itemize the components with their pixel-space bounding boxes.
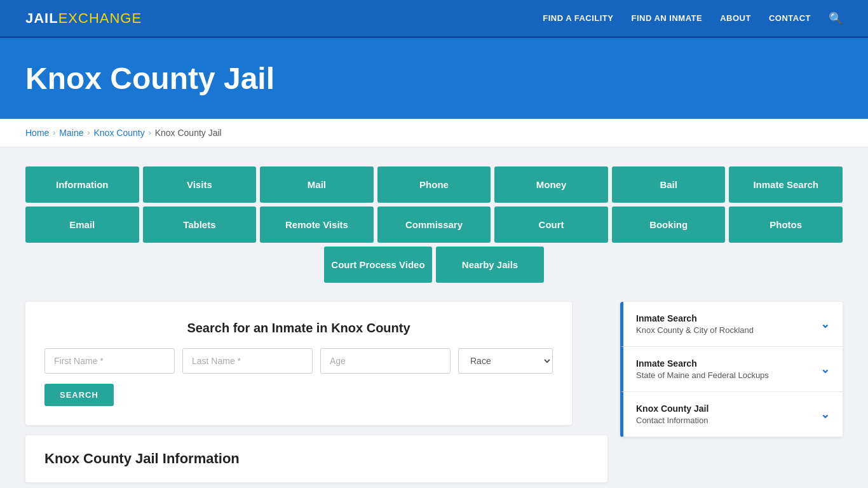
sidebar-item-sublabel-0: Knox County & City of Rockland [636, 325, 754, 335]
sidebar-item-1[interactable]: Inmate Search State of Maine and Federal… [620, 347, 843, 392]
btn-remote-visits[interactable]: Remote Visits [260, 207, 374, 243]
main-content: Information Visits Mail Phone Money Bail… [0, 147, 868, 488]
logo-exchange: EXCHANGE [58, 10, 142, 26]
search-fields: RaceWhiteBlackHispanicAsianOther [44, 348, 553, 374]
info-section-title: Knox County Jail Information [44, 451, 588, 467]
sidebar-item-2[interactable]: Knox County Jail Contact Information ⌄ [620, 392, 843, 437]
sidebar-item-0[interactable]: Inmate Search Knox County & City of Rock… [620, 302, 843, 347]
btn-photos[interactable]: Photos [729, 207, 843, 243]
logo-jail: JAIL [25, 10, 58, 26]
btn-information[interactable]: Information [25, 166, 139, 203]
chevron-down-icon-2: ⌄ [820, 407, 830, 421]
nav-find-facility[interactable]: FIND A FACILITY [543, 13, 613, 23]
button-grid-row1: Information Visits Mail Phone Money Bail… [25, 166, 843, 203]
breadcrumb-sep-1: › [53, 128, 55, 137]
sidebar-item-label-2: Knox County Jail [636, 403, 709, 414]
sidebar-item-sublabel-1: State of Maine and Federal Lockups [636, 370, 769, 380]
content-row: Search for an Inmate in Knox County Race… [25, 302, 843, 482]
breadcrumb-maine[interactable]: Maine [59, 128, 83, 138]
sidebar-item-text-0: Inmate Search Knox County & City of Rock… [636, 313, 754, 335]
chevron-down-icon-0: ⌄ [820, 317, 830, 331]
btn-email[interactable]: Email [25, 207, 139, 243]
left-column: Search for an Inmate in Knox County Race… [25, 302, 607, 482]
btn-booking[interactable]: Booking [612, 207, 726, 243]
nav-find-inmate[interactable]: FIND AN INMATE [631, 13, 702, 23]
btn-court[interactable]: Court [494, 207, 608, 243]
breadcrumb-home[interactable]: Home [25, 128, 49, 138]
first-name-input[interactable] [44, 348, 175, 374]
btn-visits[interactable]: Visits [143, 166, 257, 203]
page-title: Knox County Jail [25, 61, 843, 96]
age-input[interactable] [320, 348, 451, 374]
navbar: JAILEXCHANGE FIND A FACILITY FIND AN INM… [0, 0, 868, 38]
sidebar: Inmate Search Knox County & City of Rock… [620, 302, 843, 437]
btn-phone[interactable]: Phone [377, 166, 491, 203]
search-button[interactable]: SEARCH [44, 384, 114, 406]
breadcrumb-sep-2: › [88, 128, 90, 137]
nav-about[interactable]: ABOUT [720, 13, 751, 23]
nav-links: FIND A FACILITY FIND AN INMATE ABOUT CON… [543, 11, 843, 25]
btn-mail[interactable]: Mail [260, 166, 374, 203]
breadcrumb-sep-3: › [149, 128, 151, 137]
button-grid-row2: Email Tablets Remote Visits Commissary C… [25, 207, 843, 243]
sidebar-item-label-0: Inmate Search [636, 313, 754, 323]
btn-money[interactable]: Money [494, 166, 608, 203]
breadcrumb-bar: Home › Maine › Knox County › Knox County… [0, 119, 868, 147]
search-panel: Search for an Inmate in Knox County Race… [25, 302, 572, 425]
btn-court-process-video[interactable]: Court Process Video [324, 247, 432, 283]
sidebar-item-label-1: Inmate Search [636, 358, 769, 369]
sidebar-item-text-1: Inmate Search State of Maine and Federal… [636, 358, 769, 380]
nav-contact[interactable]: CONTACT [769, 13, 811, 23]
breadcrumb-current: Knox County Jail [155, 128, 222, 138]
btn-nearby-jails[interactable]: Nearby Jails [436, 247, 544, 283]
site-logo[interactable]: JAILEXCHANGE [25, 10, 142, 27]
btn-bail[interactable]: Bail [612, 166, 726, 203]
info-section: Knox County Jail Information [25, 435, 607, 482]
hero-section: Knox County Jail [0, 38, 868, 119]
btn-tablets[interactable]: Tablets [143, 207, 257, 243]
chevron-down-icon-1: ⌄ [820, 362, 830, 376]
search-title: Search for an Inmate in Knox County [44, 321, 553, 336]
btn-commissary[interactable]: Commissary [377, 207, 491, 243]
search-icon[interactable]: 🔍 [829, 11, 843, 25]
last-name-input[interactable] [182, 348, 313, 374]
breadcrumb-knox-county[interactable]: Knox County [94, 128, 145, 138]
button-grid-row3: Court Process Video Nearby Jails [25, 247, 843, 283]
race-select[interactable]: RaceWhiteBlackHispanicAsianOther [458, 348, 553, 374]
sidebar-item-sublabel-2: Contact Information [636, 416, 709, 425]
breadcrumb: Home › Maine › Knox County › Knox County… [25, 128, 843, 138]
btn-inmate-search[interactable]: Inmate Search [729, 166, 843, 203]
sidebar-item-text-2: Knox County Jail Contact Information [636, 403, 709, 425]
